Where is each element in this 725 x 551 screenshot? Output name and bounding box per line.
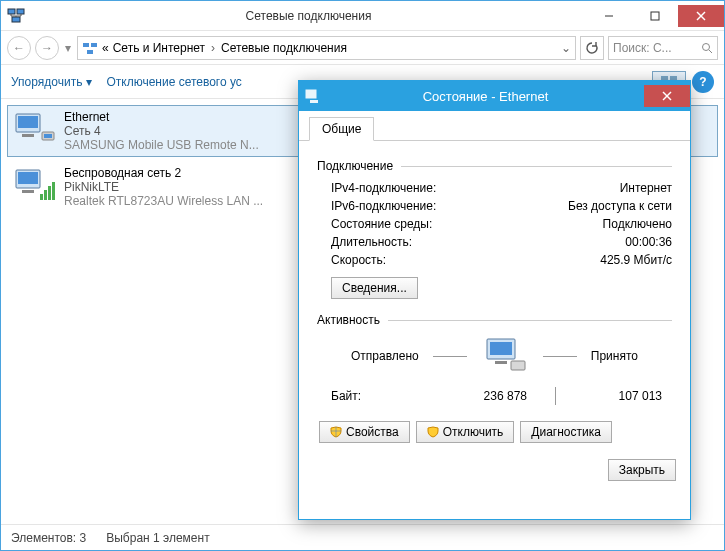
breadcrumb-sep-icon: › [209,41,217,55]
svg-rect-35 [511,361,525,370]
shield-icon [427,426,439,438]
svg-line-11 [709,50,712,53]
media-state-value: Подключено [603,217,672,231]
svg-rect-1 [17,9,24,14]
disable-device-button[interactable]: Отключение сетевого ус [106,75,241,89]
breadcrumb-seg-2[interactable]: Сетевые подключения [221,41,347,55]
svg-rect-34 [495,361,507,364]
selection-status: Выбран 1 элемент [106,531,209,545]
bytes-received: 107 013 [556,389,672,403]
svg-rect-8 [91,43,97,47]
network-connections-icon [7,7,25,25]
nav-row: ← → ▾ « Сеть и Интернет › Сетевые подклю… [1,31,724,65]
search-icon [701,42,713,54]
duration-value: 00:00:36 [625,235,672,249]
svg-rect-29 [310,100,318,103]
speed-value: 425.9 Мбит/с [600,253,672,267]
dialog-title: Состояние - Ethernet [327,89,644,104]
ethernet-adapter-icon [14,110,56,148]
dialog-close-button[interactable] [644,85,690,107]
dialog-icon [305,88,321,104]
help-button[interactable]: ? [692,71,714,93]
shield-icon [330,426,342,438]
svg-rect-24 [40,194,43,200]
svg-rect-4 [651,12,659,20]
svg-rect-0 [8,9,15,14]
svg-rect-18 [22,134,34,137]
minimize-button[interactable] [586,5,632,27]
close-button[interactable]: Закрыть [608,459,676,481]
tab-general[interactable]: Общие [309,117,374,141]
ipv6-value: Без доступа к сети [568,199,672,213]
svg-rect-26 [48,186,51,200]
window-titlebar: Сетевые подключения [1,1,724,31]
search-placeholder: Поиск: С... [613,41,672,55]
ipv6-label: IPv6-подключение: [331,199,568,213]
forward-button[interactable]: → [35,36,59,60]
activity-monitor-icon [481,337,529,375]
sent-label: Отправлено [351,349,419,363]
adapter-device: Realtek RTL8723AU Wireless LAN ... [64,194,263,208]
chevron-down-icon: ▾ [86,75,92,89]
item-count-label: Элементов: [11,531,76,545]
adapter-device: SAMSUNG Mobile USB Remote N... [64,138,259,152]
ipv4-value: Интернет [620,181,672,195]
address-bar[interactable]: « Сеть и Интернет › Сетевые подключения … [77,36,576,60]
duration-label: Длительность: [331,235,625,249]
details-button[interactable]: Сведения... [331,277,418,299]
adapter-network: PikNikLTE [64,180,263,194]
media-state-label: Состояние среды: [331,217,603,231]
activity-group-label: Активность [317,313,380,327]
back-button[interactable]: ← [7,36,31,60]
address-icon [82,40,98,56]
status-bar: Элементов: 3 Выбран 1 элемент [1,524,724,550]
wifi-adapter-icon [14,166,56,204]
bytes-sent: 236 878 [421,389,555,403]
svg-rect-9 [87,50,93,54]
svg-rect-28 [306,90,316,98]
breadcrumb-seg-1[interactable]: Сеть и Интернет [113,41,205,55]
status-dialog: Состояние - Ethernet Общие Подключение I… [298,80,691,520]
svg-rect-25 [44,190,47,200]
organize-menu[interactable]: Упорядочить ▾ [11,75,92,89]
svg-rect-17 [18,116,38,128]
svg-rect-2 [12,17,20,22]
history-dropdown[interactable]: ▾ [63,41,73,55]
window-title: Сетевые подключения [31,9,586,23]
dialog-tabs: Общие [299,111,690,141]
svg-point-10 [703,43,710,50]
svg-rect-23 [22,190,34,193]
properties-button[interactable]: Свойства [319,421,410,443]
ipv4-label: IPv4-подключение: [331,181,620,195]
dialog-titlebar[interactable]: Состояние - Ethernet [299,81,690,111]
address-dropdown[interactable]: ⌄ [561,41,571,55]
adapter-network: Сеть 4 [64,124,259,138]
svg-rect-27 [52,182,55,200]
svg-rect-33 [490,342,512,355]
diagnose-button[interactable]: Диагностика [520,421,612,443]
svg-rect-22 [18,172,38,184]
speed-label: Скорость: [331,253,600,267]
refresh-button[interactable] [580,36,604,60]
adapter-name: Ethernet [64,110,259,124]
disable-button[interactable]: Отключить [416,421,515,443]
item-count: 3 [80,531,87,545]
maximize-button[interactable] [632,5,678,27]
received-label: Принято [591,349,638,363]
svg-rect-20 [44,134,52,138]
adapter-name: Беспроводная сеть 2 [64,166,263,180]
window-close-button[interactable] [678,5,724,27]
connection-group-label: Подключение [317,159,393,173]
bytes-label: Байт: [331,389,421,403]
svg-rect-7 [83,43,89,47]
breadcrumb-prefix: « [102,41,109,55]
search-input[interactable]: Поиск: С... [608,36,718,60]
